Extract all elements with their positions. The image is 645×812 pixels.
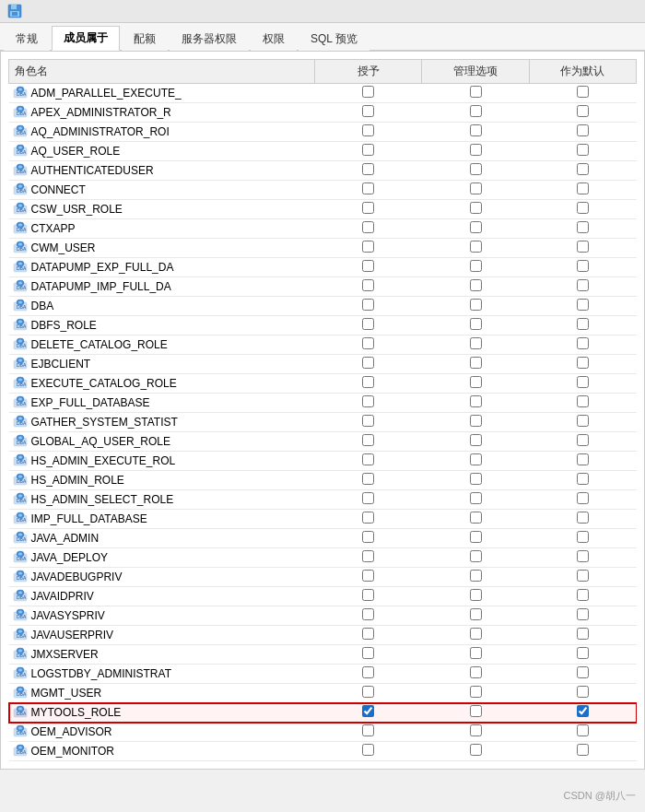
default-checkbox[interactable] bbox=[577, 589, 589, 601]
admin-checkbox[interactable] bbox=[470, 512, 482, 524]
granted-checkbox[interactable] bbox=[362, 337, 374, 349]
tab-server_rights[interactable]: 服务器权限 bbox=[170, 27, 249, 51]
admin-checkbox[interactable] bbox=[470, 531, 482, 543]
granted-cell[interactable] bbox=[315, 626, 422, 645]
admin-cell[interactable] bbox=[422, 703, 529, 723]
granted-checkbox[interactable] bbox=[362, 724, 374, 736]
default-checkbox[interactable] bbox=[577, 202, 589, 214]
default-checkbox[interactable] bbox=[577, 492, 589, 504]
default-cell[interactable] bbox=[529, 123, 636, 142]
granted-cell[interactable] bbox=[315, 161, 422, 181]
granted-cell[interactable] bbox=[315, 529, 422, 548]
admin-cell[interactable] bbox=[422, 103, 529, 123]
default-checkbox[interactable] bbox=[577, 724, 589, 736]
admin-cell[interactable] bbox=[422, 355, 529, 374]
default-checkbox[interactable] bbox=[577, 395, 589, 407]
default-checkbox[interactable] bbox=[577, 260, 589, 272]
default-checkbox[interactable] bbox=[577, 221, 589, 233]
admin-cell[interactable] bbox=[422, 742, 529, 761]
default-checkbox[interactable] bbox=[577, 512, 589, 524]
admin-checkbox[interactable] bbox=[470, 299, 482, 311]
admin-cell[interactable] bbox=[422, 684, 529, 703]
default-checkbox[interactable] bbox=[577, 86, 589, 98]
save-button[interactable] bbox=[7, 4, 26, 18]
admin-cell[interactable] bbox=[422, 277, 529, 297]
granted-checkbox[interactable] bbox=[362, 279, 374, 291]
default-cell[interactable] bbox=[529, 742, 636, 761]
admin-cell[interactable] bbox=[422, 123, 529, 142]
admin-checkbox[interactable] bbox=[470, 686, 482, 698]
granted-cell[interactable] bbox=[315, 316, 422, 335]
default-checkbox[interactable] bbox=[577, 686, 589, 698]
granted-checkbox[interactable] bbox=[362, 550, 374, 562]
tab-member_attr[interactable]: 成员属于 bbox=[52, 26, 120, 51]
granted-checkbox[interactable] bbox=[362, 705, 374, 717]
granted-cell[interactable] bbox=[315, 335, 422, 355]
admin-checkbox[interactable] bbox=[470, 86, 482, 98]
default-cell[interactable] bbox=[529, 452, 636, 471]
default-cell[interactable] bbox=[529, 181, 636, 200]
default-checkbox[interactable] bbox=[577, 550, 589, 562]
granted-cell[interactable] bbox=[315, 413, 422, 432]
admin-checkbox[interactable] bbox=[470, 376, 482, 388]
default-checkbox[interactable] bbox=[577, 434, 589, 446]
admin-checkbox[interactable] bbox=[470, 705, 482, 717]
granted-cell[interactable] bbox=[315, 665, 422, 684]
default-cell[interactable] bbox=[529, 510, 636, 529]
admin-checkbox[interactable] bbox=[470, 550, 482, 562]
admin-checkbox[interactable] bbox=[470, 163, 482, 175]
default-checkbox[interactable] bbox=[577, 241, 589, 253]
default-cell[interactable] bbox=[529, 645, 636, 665]
granted-checkbox[interactable] bbox=[362, 163, 374, 175]
default-cell[interactable] bbox=[529, 548, 636, 568]
admin-checkbox[interactable] bbox=[470, 337, 482, 349]
granted-checkbox[interactable] bbox=[362, 299, 374, 311]
granted-cell[interactable] bbox=[315, 606, 422, 626]
granted-cell[interactable] bbox=[315, 452, 422, 471]
default-checkbox[interactable] bbox=[577, 473, 589, 485]
granted-cell[interactable] bbox=[315, 645, 422, 665]
admin-cell[interactable] bbox=[422, 568, 529, 587]
granted-cell[interactable] bbox=[315, 568, 422, 587]
default-cell[interactable] bbox=[529, 316, 636, 335]
granted-checkbox[interactable] bbox=[362, 628, 374, 640]
tab-general[interactable]: 常规 bbox=[4, 27, 50, 51]
granted-checkbox[interactable] bbox=[362, 318, 374, 330]
admin-checkbox[interactable] bbox=[470, 357, 482, 369]
granted-checkbox[interactable] bbox=[362, 221, 374, 233]
admin-cell[interactable] bbox=[422, 394, 529, 413]
admin-checkbox[interactable] bbox=[470, 453, 482, 465]
admin-checkbox[interactable] bbox=[470, 744, 482, 756]
default-cell[interactable] bbox=[529, 161, 636, 181]
default-checkbox[interactable] bbox=[577, 570, 589, 582]
admin-cell[interactable] bbox=[422, 432, 529, 452]
default-checkbox[interactable] bbox=[577, 144, 589, 156]
default-checkbox[interactable] bbox=[577, 376, 589, 388]
granted-checkbox[interactable] bbox=[362, 124, 374, 136]
admin-checkbox[interactable] bbox=[470, 492, 482, 504]
default-cell[interactable] bbox=[529, 606, 636, 626]
default-cell[interactable] bbox=[529, 471, 636, 490]
granted-cell[interactable] bbox=[315, 277, 422, 297]
admin-cell[interactable] bbox=[422, 645, 529, 665]
admin-checkbox[interactable] bbox=[470, 318, 482, 330]
admin-cell[interactable] bbox=[422, 239, 529, 258]
granted-checkbox[interactable] bbox=[362, 105, 374, 117]
granted-checkbox[interactable] bbox=[362, 647, 374, 659]
admin-checkbox[interactable] bbox=[470, 724, 482, 736]
default-checkbox[interactable] bbox=[577, 182, 589, 194]
admin-cell[interactable] bbox=[422, 529, 529, 548]
admin-cell[interactable] bbox=[422, 161, 529, 181]
default-checkbox[interactable] bbox=[577, 357, 589, 369]
admin-cell[interactable] bbox=[422, 665, 529, 684]
admin-checkbox[interactable] bbox=[470, 570, 482, 582]
default-cell[interactable] bbox=[529, 684, 636, 703]
granted-checkbox[interactable] bbox=[362, 144, 374, 156]
admin-checkbox[interactable] bbox=[470, 473, 482, 485]
default-checkbox[interactable] bbox=[577, 744, 589, 756]
default-cell[interactable] bbox=[529, 587, 636, 606]
admin-checkbox[interactable] bbox=[470, 241, 482, 253]
default-cell[interactable] bbox=[529, 297, 636, 316]
granted-checkbox[interactable] bbox=[362, 512, 374, 524]
admin-cell[interactable] bbox=[422, 200, 529, 219]
